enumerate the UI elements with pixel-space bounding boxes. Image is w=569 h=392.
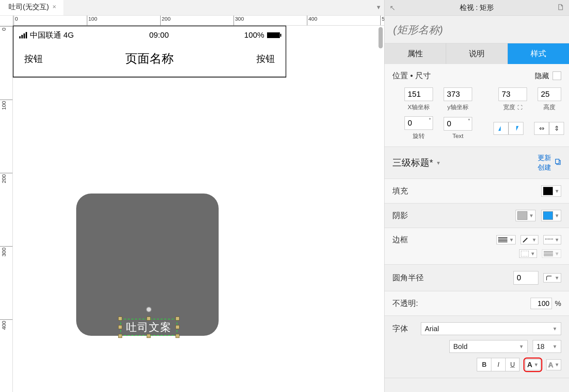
border-width-picker[interactable]: ▼ [496, 235, 516, 244]
svg-rect-0 [555, 159, 559, 164]
section-radius: 圆角半径 ▼ [385, 265, 569, 291]
opacity-suffix: % [555, 300, 561, 308]
flip-horizontal-button[interactable] [494, 122, 508, 135]
position-title: 位置 • 尺寸 [392, 70, 431, 81]
shape-name-field[interactable]: (矩形名称) [385, 16, 569, 43]
fill-label: 填充 [392, 186, 408, 196]
height-label: 高度 [543, 103, 555, 111]
close-icon[interactable]: × [52, 3, 56, 11]
ruler-tick-500: 500 [382, 16, 384, 22]
resize-handle-ne[interactable] [176, 317, 179, 321]
ruler-tick-400: 400 [308, 16, 317, 22]
ruler-horizontal[interactable]: 0 100 200 300 400 500 [13, 16, 384, 26]
underline-button[interactable]: U [505, 358, 520, 371]
font-size-value: 18 [537, 343, 544, 351]
device-frame: 中国联通 4G 09:00 100% 按钮 页面名称 按钮 [13, 26, 286, 78]
create-style-link[interactable]: 创建 [538, 163, 551, 173]
resize-handle-sw[interactable] [118, 334, 122, 338]
vruler-400: 400 [1, 321, 7, 330]
nav-left-button[interactable]: 按钮 [24, 53, 43, 65]
font-family-dropdown[interactable]: Arial▼ [421, 322, 561, 335]
resize-handle-n[interactable] [147, 317, 151, 321]
tab-dropdown-icon[interactable]: ▼ [376, 4, 381, 11]
shadow-label: 阴影 [392, 210, 408, 221]
vruler-0: 0 [1, 28, 7, 31]
opacity-input[interactable] [531, 298, 552, 309]
inspector-title: 检视 : 矩形 [460, 3, 494, 12]
selected-shape[interactable]: 吐司文案 [120, 319, 177, 336]
font-family-value: Arial [425, 325, 439, 333]
nav-bar: 按钮 页面名称 按钮 [14, 44, 286, 77]
vruler-100: 100 [1, 101, 7, 110]
section-stylename: 三级标题* ▼ 更新 创建 [385, 147, 569, 179]
flip-vertical-button[interactable] [508, 122, 523, 135]
height-input[interactable] [538, 88, 561, 101]
toast-text[interactable]: 吐司文案 [120, 319, 177, 336]
inspector-header: ↖ 检视 : 矩形 [385, 0, 569, 16]
italic-button[interactable]: I [491, 358, 505, 371]
font-color-picker[interactable]: A▼ [525, 359, 540, 370]
design-canvas[interactable]: 中国联通 4G 09:00 100% 按钮 页面名称 按钮 [13, 26, 384, 392]
section-fill: 填充 ▼ [385, 179, 569, 203]
font-weight-value: Bold [453, 343, 468, 351]
x-label: X轴坐标 [408, 103, 430, 111]
x-input[interactable] [404, 88, 433, 101]
fill-color-picker[interactable]: ▼ [541, 185, 561, 197]
chevron-down-icon[interactable]: ▼ [436, 160, 441, 166]
inspector-tabs: 属性 说明 样式 [385, 43, 569, 64]
document-tab[interactable]: 吐司(无交互) × [0, 0, 63, 15]
clock-label: 09:00 [149, 31, 169, 40]
autofit-width-button[interactable]: ⇔ [534, 122, 549, 135]
ruler-tick-300: 300 [235, 16, 244, 22]
section-position: 位置 • 尺寸 隐藏 X轴坐标 y轴坐标 [385, 64, 569, 147]
outer-shadow-picker[interactable]: ▼ [516, 210, 536, 221]
battery-label: 100% [244, 31, 264, 40]
border-visibility-picker[interactable]: ▼ [519, 249, 537, 258]
resize-handle-w[interactable] [118, 325, 122, 329]
update-style-link[interactable]: 更新 [538, 153, 551, 163]
resize-handle-se[interactable] [176, 334, 179, 338]
section-shadow: 阴影 ▼ ▼ [385, 203, 569, 228]
opacity-label: 不透明: [392, 298, 418, 309]
lock-aspect-icon[interactable]: ⛶ [517, 105, 522, 110]
canvas-scrollbar[interactable] [379, 27, 383, 48]
border-label: 边框 [392, 234, 408, 245]
nav-right-button[interactable]: 按钮 [256, 53, 275, 65]
tab-style[interactable]: 样式 [508, 43, 569, 64]
resize-handle-e[interactable] [176, 325, 179, 329]
section-border: 边框 ▼ ▼ ▼ ▼ ▼ [385, 228, 569, 265]
signal-icon [19, 32, 27, 38]
toast-background-shape[interactable] [76, 194, 219, 336]
hide-label: 隐藏 [535, 71, 549, 81]
autofit-height-button[interactable]: ⇕ [549, 122, 564, 135]
ruler-vertical[interactable]: 0 100 200 300 400 [0, 26, 13, 392]
tab-properties[interactable]: 属性 [385, 43, 446, 64]
radius-label: 圆角半径 [392, 272, 424, 283]
copy-style-icon[interactable] [554, 158, 561, 167]
inner-shadow-picker[interactable]: ▼ [541, 210, 561, 221]
radius-corners-picker[interactable]: ▼ [543, 273, 561, 282]
y-input[interactable] [444, 88, 472, 101]
rotation-handle[interactable] [146, 307, 152, 312]
radius-input[interactable] [513, 271, 538, 285]
resize-handle-s[interactable] [147, 334, 151, 338]
y-label: y轴坐标 [447, 103, 469, 111]
font-weight-dropdown[interactable]: Bold▼ [449, 340, 528, 353]
font-size-dropdown[interactable]: 18▼ [533, 340, 561, 353]
applied-style-name[interactable]: 三级标题* [392, 157, 433, 169]
section-opacity: 不透明: % [385, 291, 569, 316]
font-effect-picker[interactable]: A▼ [546, 359, 561, 370]
border-color-picker[interactable]: ▼ [521, 235, 538, 244]
border-style-picker[interactable]: ▼ [543, 235, 561, 244]
page-icon[interactable] [557, 4, 564, 12]
width-label: 宽度 [503, 103, 515, 111]
popout-icon[interactable]: ↖ [390, 4, 396, 12]
hide-checkbox[interactable] [553, 71, 561, 80]
tab-notes[interactable]: 说明 [446, 43, 508, 64]
width-input[interactable] [498, 88, 527, 101]
border-align-picker[interactable]: ▼ [542, 249, 561, 258]
text-rotation-label: Text [452, 133, 463, 140]
vruler-200: 200 [1, 174, 7, 183]
resize-handle-nw[interactable] [118, 317, 122, 321]
bold-button[interactable]: B [477, 358, 491, 371]
